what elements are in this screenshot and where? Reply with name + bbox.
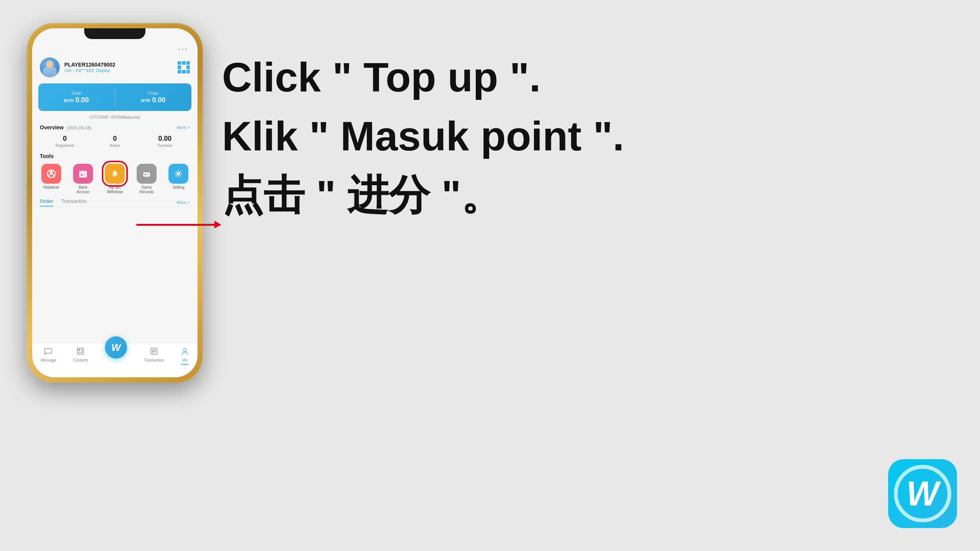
tab-order[interactable]: Order	[40, 198, 53, 206]
svg-rect-20	[77, 348, 83, 354]
tab-transaction[interactable]: Transaction	[61, 198, 87, 206]
stat-registered: 0 Registered	[40, 135, 90, 148]
tabs-more[interactable]: More >	[176, 200, 190, 205]
chips-value: 0.00	[152, 96, 165, 104]
app-screen: ... PLAYER1260479002	[32, 28, 198, 377]
tool-bank[interactable]: BankAccoun	[70, 164, 96, 194]
overview-date: (2021-06-18)	[67, 126, 91, 130]
chips-label: Chips	[148, 91, 158, 95]
game-label: GameRecords	[140, 185, 154, 194]
avatar-image	[40, 57, 60, 77]
watermark-letter: W	[906, 474, 939, 514]
overview-stats: 0 Registered 0 Active 0.00 Turnover	[32, 132, 198, 152]
timezone-bar: UTC/GMT +8:00(Malaysia)	[32, 113, 198, 121]
chips-amount: MYR 0.00	[141, 96, 166, 104]
stat-registered-value: 0	[40, 135, 90, 143]
svg-point-1	[50, 171, 53, 174]
avatar	[40, 57, 60, 77]
stat-turnover: 0.00 Turnover	[140, 135, 190, 148]
stat-active-value: 0	[90, 135, 140, 143]
watermark-logo: W	[888, 459, 957, 528]
helpdesk-label: Helpdesk	[43, 185, 59, 190]
contacts-icon	[76, 347, 85, 357]
menu-dots[interactable]: ...	[178, 42, 188, 52]
uid-label: UID：KA***E03	[64, 68, 94, 73]
svg-point-13	[147, 174, 148, 175]
instructions-panel: Click " Top up ". Klik " Masuk point ". …	[222, 54, 873, 219]
w-fab-button[interactable]: W	[105, 336, 127, 359]
svg-point-12	[148, 173, 149, 174]
cash-currency: MYR	[64, 98, 73, 103]
svg-rect-21	[78, 349, 80, 351]
tabs-left: Order Transaction	[40, 198, 87, 206]
stat-active-label: Active	[90, 143, 140, 148]
w-letter: W	[111, 342, 121, 354]
stat-turnover-label: Turnover	[140, 143, 190, 148]
me-icon	[181, 347, 189, 357]
cash-label: Cash	[72, 91, 82, 95]
nav-transaction-label: Transaction	[144, 358, 164, 362]
tools-grid: Helpdesk BankAccoun	[32, 162, 198, 198]
chips-balance: Chips MYR 0.00	[115, 83, 192, 111]
setting-icon	[168, 164, 188, 184]
instruction-line2: Klik " Masuk point ".	[222, 112, 873, 160]
svg-point-29	[183, 349, 186, 352]
svg-rect-3	[79, 171, 87, 173]
bottom-nav: Message Contacts	[32, 343, 198, 377]
stat-registered-label: Registered	[40, 143, 90, 148]
phone-shell: ... PLAYER1260479002	[27, 23, 203, 383]
balance-card: Cash MYR 0.00 Chips MYR 0.00	[38, 83, 191, 111]
tabs-row: Order Transaction More >	[32, 198, 198, 207]
profile-section: PLAYER1260479002 UID：KA***E03 Display	[32, 55, 198, 81]
display-link[interactable]: Display	[96, 68, 110, 73]
nav-message[interactable]: Message	[41, 347, 56, 362]
nav-me[interactable]: Me	[181, 347, 189, 365]
qr-code-icon[interactable]	[178, 61, 190, 73]
overview-header: Overview (2021-06-18) More >	[32, 121, 198, 132]
svg-rect-4	[81, 174, 83, 176]
instruction-line1: Click " Top up ".	[222, 54, 873, 101]
nav-me-label: Me	[182, 358, 188, 362]
instruction-line3: 点击 " 进分 "。	[222, 171, 873, 219]
nav-transaction[interactable]: Transaction	[144, 347, 164, 362]
nav-fab[interactable]: W	[105, 347, 127, 359]
bank-label: BankAccoun	[77, 185, 89, 194]
nav-contacts-label: Contacts	[73, 358, 88, 362]
overview-more[interactable]: More >	[176, 125, 190, 130]
overview-title: Overview (2021-06-18)	[40, 124, 91, 131]
tool-helpdesk[interactable]: Helpdesk	[38, 164, 65, 194]
game-icon	[137, 164, 157, 184]
nav-message-label: Message	[41, 358, 56, 362]
profile-name: PLAYER1260479002	[64, 62, 173, 68]
svg-rect-2	[79, 172, 87, 178]
chips-currency: MYR	[141, 98, 150, 103]
nav-me-indicator	[181, 364, 189, 365]
cash-value: 0.00	[75, 96, 89, 104]
phone-notch	[84, 28, 145, 39]
svg-point-8	[114, 174, 115, 176]
svg-point-14	[177, 172, 180, 175]
overview-title-text: Overview	[40, 124, 64, 130]
svg-rect-11	[144, 174, 147, 175]
tool-game[interactable]: GameRecords	[133, 164, 160, 194]
helpdesk-icon	[41, 164, 61, 184]
cash-amount: MYR 0.00	[64, 96, 89, 104]
message-icon	[44, 347, 52, 357]
cash-balance: Cash MYR 0.00	[38, 83, 115, 111]
phone-screen: ... PLAYER1260479002	[32, 28, 198, 377]
profile-uid: UID：KA***E03 Display	[64, 68, 173, 73]
tools-header: Tools	[32, 152, 198, 162]
bank-icon	[73, 164, 93, 184]
tool-setting[interactable]: Setting	[165, 164, 192, 194]
profile-info: PLAYER1260479002 UID：KA***E03 Display	[64, 62, 173, 73]
topup-icon	[105, 164, 125, 184]
arrow-line	[136, 224, 220, 226]
stat-active: 0 Active	[90, 135, 140, 148]
nav-contacts[interactable]: Contacts	[73, 347, 88, 362]
topup-label: Top up /Withdraw	[107, 185, 123, 194]
phone-device: ... PLAYER1260479002	[23, 11, 207, 540]
tool-topup[interactable]: Top up /Withdraw	[101, 164, 128, 194]
svg-rect-5	[83, 174, 85, 175]
setting-label: Setting	[173, 185, 185, 190]
transaction-icon	[150, 347, 158, 357]
